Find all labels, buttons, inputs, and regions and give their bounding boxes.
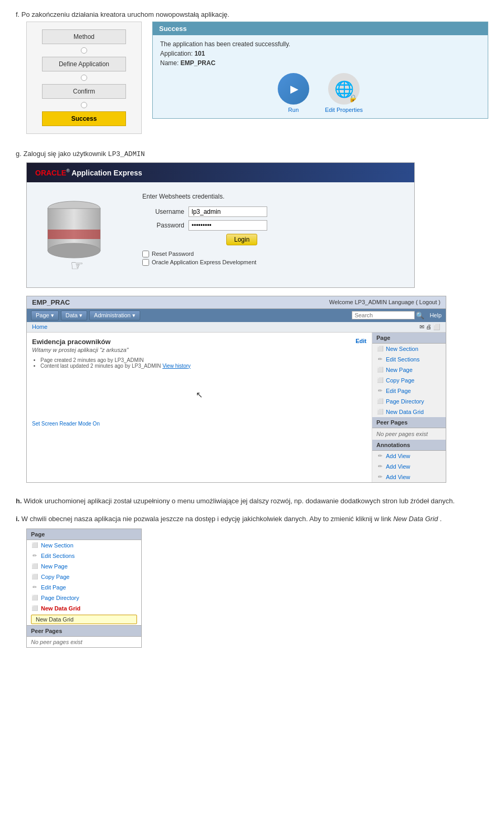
login-options: Reset Password Oracle Application Expres… xyxy=(142,251,404,266)
add-view-icon-3: ✏ xyxy=(376,473,384,481)
search-box: 🔍 Help xyxy=(352,311,442,319)
section-g-label: g. Zaloguj się jako użytkownik LP3_ADMIN xyxy=(16,150,488,158)
menu-edit-page[interactable]: ✏ Edit Page xyxy=(27,582,141,593)
add-view-icon-1: ✏ xyxy=(376,452,384,460)
annotation-add-view-1[interactable]: ✏ Add View xyxy=(372,451,446,461)
password-label: Password xyxy=(142,222,184,229)
new-data-grid-tooltip: New Data Grid xyxy=(31,615,137,624)
app-sidebar: Page ⬜ New Section ✏ Edit Sections ⬜ New… xyxy=(372,333,446,482)
login-left: ☞ xyxy=(37,193,132,277)
section-f-content: Method Define Application Confirm Succes… xyxy=(26,22,488,134)
annotation-add-view-3[interactable]: ✏ Add View xyxy=(372,472,446,482)
sidebar-new-section[interactable]: ⬜ New Section xyxy=(372,344,446,354)
app-title: EMP_PRAC xyxy=(32,298,70,306)
copy-page-icon: ⬜ xyxy=(376,377,384,384)
app-body: Ewidencja pracowników Edit Witamy w pros… xyxy=(27,333,446,482)
section-f-label: f. Po zakończeniu działania kreatora uru… xyxy=(16,11,488,18)
menu-edit-sections[interactable]: ✏ Edit Sections xyxy=(27,551,141,561)
menu-new-section-icon: ⬜ xyxy=(31,542,38,549)
success-panel: Success The application has been created… xyxy=(152,22,488,119)
menu-new-page-icon: ⬜ xyxy=(31,563,38,570)
apex-dev-row[interactable]: Oracle Application Express Development xyxy=(142,259,404,266)
sidebar-new-page[interactable]: ⬜ New Page xyxy=(372,365,446,375)
page-menu-header: Page xyxy=(27,529,141,540)
db-cylinder-svg: ☞ xyxy=(37,193,111,277)
page-sidebar-header: Page xyxy=(372,333,446,344)
run-icon[interactable] xyxy=(278,73,309,105)
edit-page-link[interactable]: Edit xyxy=(355,338,366,346)
login-button[interactable]: Login xyxy=(226,234,257,245)
annotations-header: Annotations xyxy=(372,440,446,451)
reset-password-checkbox[interactable] xyxy=(142,251,149,257)
wizard-step-method[interactable]: Method xyxy=(42,29,126,44)
login-prompt: Enter Websheets credentials. xyxy=(142,193,404,200)
meta-created: Page created 2 minutes ago by LP3_ADMIN xyxy=(40,357,366,363)
apex-dev-label: Oracle Application Express Development xyxy=(152,259,256,265)
menu-new-section[interactable]: ⬜ New Section xyxy=(27,540,141,551)
edit-properties-icon-item[interactable]: 🌐 🔒 Edit Properties xyxy=(325,73,363,113)
nav-page-button[interactable]: Page ▾ xyxy=(31,310,59,320)
svg-point-2 xyxy=(48,243,100,258)
run-icon-item[interactable]: Run xyxy=(278,73,309,113)
cursor-indicator: ↖ xyxy=(32,390,366,400)
menu-new-data-grid-icon: ⬜ xyxy=(31,605,38,612)
sidebar-edit-sections[interactable]: ✏ Edit Sections xyxy=(372,354,446,365)
new-section-icon: ⬜ xyxy=(376,345,384,353)
annotation-add-view-2[interactable]: ✏ Add View xyxy=(372,461,446,472)
success-header: Success xyxy=(153,22,488,35)
home-link[interactable]: Home xyxy=(32,324,47,330)
menu-new-data-grid[interactable]: ⬜ New Data Grid xyxy=(27,603,141,614)
app-subbar: Home ✉ 🖨 ⬜ xyxy=(27,322,446,333)
success-icons: Run 🌐 🔒 Edit Properties xyxy=(160,73,480,113)
sidebar-page-directory[interactable]: ⬜ Page Directory xyxy=(372,396,446,407)
success-line2: Application: 101 xyxy=(160,50,480,57)
reset-password-row[interactable]: Reset Password xyxy=(142,251,404,257)
search-icon[interactable]: 🔍 xyxy=(416,312,424,319)
menu-page-directory[interactable]: ⬜ Page Directory xyxy=(27,593,141,603)
page-container: f. Po zakończeniu działania kreatora uru… xyxy=(0,0,504,662)
view-history-link[interactable]: View history xyxy=(162,363,191,369)
app-section: EMP_PRAC Welcome LP3_ADMIN Language ( Lo… xyxy=(26,296,446,483)
wizard-panel: Method Define Application Confirm Succes… xyxy=(26,22,142,134)
help-link[interactable]: Help xyxy=(429,312,442,318)
edit-sections-icon: ✏ xyxy=(376,356,384,363)
svg-text:☞: ☞ xyxy=(70,257,83,274)
username-label: Username xyxy=(142,208,184,215)
menu-page-directory-icon: ⬜ xyxy=(31,594,38,602)
new-data-grid-icon: ⬜ xyxy=(376,408,384,416)
app-main-meta: Page created 2 minutes ago by LP3_ADMIN … xyxy=(32,357,366,369)
sidebar-new-data-grid[interactable]: ⬜ New Data Grid xyxy=(372,407,446,417)
success-body: The application has been created success… xyxy=(153,35,488,118)
edit-properties-icon[interactable]: 🌐 🔒 xyxy=(328,73,360,105)
section-i: i. W chwili obecnej nasza aplikacja nie … xyxy=(16,514,488,648)
wizard-circle-1 xyxy=(81,47,87,54)
username-input[interactable] xyxy=(188,206,267,217)
edit-page-icon: ✏ xyxy=(376,387,384,395)
password-row: Password xyxy=(142,220,404,231)
wizard-step-define[interactable]: Define Application xyxy=(42,57,126,71)
menu-edit-sections-icon: ✏ xyxy=(31,552,38,559)
menu-edit-page-icon: ✏ xyxy=(31,584,38,591)
menu-new-page[interactable]: ⬜ New Page xyxy=(27,561,141,572)
oracle-header: ORACLE® Application Express xyxy=(27,163,414,182)
app-topbar: EMP_PRAC Welcome LP3_ADMIN Language ( Lo… xyxy=(27,296,446,309)
app-main-subtitle: Witamy w prostej aplikacji "z arkusza" xyxy=(32,347,366,353)
search-input[interactable] xyxy=(352,311,415,319)
wizard-circle-3 xyxy=(81,102,87,108)
nav-admin-button[interactable]: Administration ▾ xyxy=(89,310,140,320)
nav-data-button[interactable]: Data ▾ xyxy=(61,310,87,320)
menu-peer-header: Peer Pages xyxy=(27,625,141,637)
apex-dev-checkbox[interactable] xyxy=(142,259,149,266)
password-input[interactable] xyxy=(188,220,267,231)
success-line3: Name: EMP_PRAC xyxy=(160,59,480,67)
screen-reader-link[interactable]: Set Screen Reader Mode On xyxy=(32,421,366,427)
menu-copy-page[interactable]: ⬜ Copy Page xyxy=(27,572,141,582)
section-h-text: h. Widok uruchomionej aplikacji został u… xyxy=(16,496,488,506)
new-page-icon: ⬜ xyxy=(376,366,384,374)
app-main-title: Ewidencja pracowników Edit xyxy=(32,338,366,346)
sidebar-edit-page[interactable]: ✏ Edit Page xyxy=(372,386,446,396)
wizard-step-confirm[interactable]: Confirm xyxy=(42,84,126,99)
section-i-text: i. W chwili obecnej nasza aplikacja nie … xyxy=(16,514,488,524)
wizard-step-success[interactable]: Success xyxy=(42,111,126,126)
sidebar-copy-page[interactable]: ⬜ Copy Page xyxy=(372,375,446,386)
